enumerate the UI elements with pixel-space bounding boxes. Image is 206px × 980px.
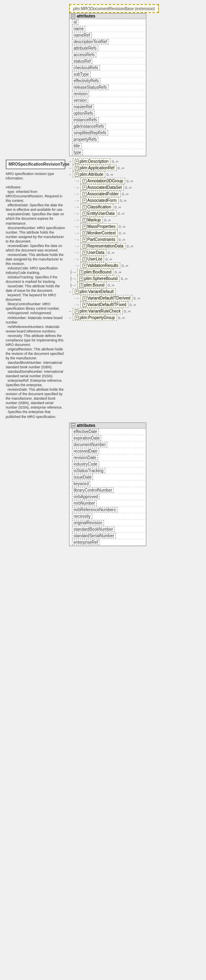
expand-icon[interactable]: +	[82, 296, 87, 300]
attr-item: mrbNumber	[69, 500, 146, 507]
attr-item: mrbReferenceNumbers	[69, 507, 146, 513]
expand-icon[interactable]: +	[82, 205, 87, 209]
element-box[interactable]: +AssociatedFolder	[80, 191, 121, 197]
expand-icon[interactable]: +	[82, 264, 87, 268]
cardinality: 0..∞	[115, 270, 121, 274]
cardinality: 0..∞	[104, 218, 111, 222]
element-box[interactable]: +VariantDefaultITDerived	[80, 295, 132, 301]
element-name: UserData	[87, 250, 104, 255]
node-row: ·→+ValidationResults0..∞	[74, 262, 140, 269]
element-box[interactable]: +plim:Bound	[77, 282, 106, 288]
attr-item: revision	[69, 91, 146, 97]
element-box[interactable]: +plim:VariantDefault	[73, 289, 116, 295]
expand-icon[interactable]: +	[82, 303, 87, 307]
attr-item: name	[69, 26, 146, 32]
attr-item: effectiveDate	[69, 429, 146, 435]
attr-item: receivedDate	[69, 448, 146, 455]
expand-icon[interactable]: +	[75, 290, 79, 294]
bottom-attributes-list: effectiveDateexpirationDatedocumentNumbe…	[69, 429, 146, 546]
expand-icon[interactable]: +	[82, 225, 87, 229]
attr-item: attributeRefs	[69, 45, 146, 52]
expand-icon[interactable]: +	[82, 212, 87, 216]
node-row: →+plim:VariantDefault	[68, 289, 140, 295]
element-box[interactable]: +MassProperties	[80, 223, 117, 230]
element-box[interactable]: +UserList	[80, 256, 104, 262]
element-name: plim:Description	[80, 159, 108, 164]
extension-title: plm:MRODocumentRevisionBase (extension)	[73, 7, 155, 11]
node-row: ·→+PartConstraints0..∞	[74, 236, 140, 243]
element-name: VariantDefaultITFixed	[87, 302, 126, 307]
element-box[interactable]: +plim:Description	[73, 158, 111, 164]
node-row: ·→+UserList0..∞	[74, 256, 140, 262]
element-box[interactable]: +plim:BoxBound	[77, 269, 113, 275]
type-name: MROSpecificationRevisionType	[6, 160, 65, 169]
cardinality: 0..∞	[106, 173, 113, 177]
attr-item: necessity	[69, 513, 146, 520]
expand-icon[interactable]: +	[79, 277, 83, 281]
expand-icon[interactable]: +	[75, 309, 79, 313]
element-box[interactable]: +plim:SphereBound	[77, 276, 119, 282]
element-box[interactable]: +ValidationResults	[80, 262, 121, 269]
attr-item: documentNumber	[69, 442, 146, 448]
attr-item: statusRef	[69, 58, 146, 65]
element-name: ValidationResults	[87, 263, 119, 268]
element-box[interactable]: +MonikerContext	[80, 230, 118, 236]
node-row: ├→+plim:Bound0..∞	[69, 282, 140, 288]
cardinality: 0..∞	[121, 277, 127, 281]
element-box[interactable]: +plim:PropertyGroup	[73, 315, 117, 321]
node-row: ·→+MonikerContext0..∞	[74, 230, 140, 236]
expand-icon[interactable]: +	[82, 179, 87, 183]
expand-icon[interactable]: +	[79, 283, 83, 287]
cardinality: 0..∞	[118, 166, 124, 170]
expand-icon[interactable]: +	[75, 173, 79, 177]
element-box[interactable]: +RepresentationData	[80, 243, 126, 249]
element-box[interactable]: +Classification	[80, 204, 113, 210]
attr-item: gdeInstanceRefs	[69, 123, 146, 130]
element-box[interactable]: +plim:VariantRuleCheck	[73, 308, 123, 314]
element-name: plim:PropertyGroup	[80, 315, 115, 320]
cardinality: 0..∞	[121, 264, 128, 268]
node-row: ·→+MassProperties0..∞	[74, 223, 140, 230]
node-row: →+plim:Description0..∞	[68, 158, 140, 164]
node-row: ·→+EntityUserData0..∞	[74, 210, 140, 217]
expand-icon[interactable]: +	[82, 257, 87, 261]
expand-icon[interactable]: +	[82, 251, 87, 255]
element-box[interactable]: +EntityUserData	[80, 210, 117, 217]
element-name: RepresentationData	[87, 244, 124, 248]
attr-item: simplifiedRepRefs	[69, 130, 146, 136]
expand-icon[interactable]: +	[75, 316, 79, 320]
top-attributes-header: − attributes	[69, 13, 146, 19]
attr-item: libraryControlNumber	[69, 487, 146, 494]
expand-icon[interactable]: +	[75, 160, 79, 164]
element-name: plim:ApplicationRef	[80, 166, 115, 170]
element-box[interactable]: +Markup	[80, 217, 103, 223]
node-row: →+plim:ApplicationRef0..∞	[68, 165, 140, 171]
element-box[interactable]: +AssociatedForm	[80, 197, 119, 203]
expand-icon[interactable]: +	[82, 218, 87, 222]
element-box[interactable]: +PartConstraints	[80, 236, 117, 243]
element-box[interactable]: +AssociatedDataSet	[80, 184, 124, 190]
element-box[interactable]: +plim:ApplicationRef	[73, 165, 117, 171]
element-box[interactable]: +Annotation3DGroup	[80, 178, 125, 184]
left-panel: MROSpecificationRevisionType MRO specifi…	[4, 158, 67, 421]
element-box[interactable]: +VariantDefaultITFixed	[80, 302, 128, 308]
element-name: MassProperties	[87, 224, 115, 229]
expand-icon[interactable]: +	[82, 199, 87, 203]
expand-icon[interactable]: +	[82, 244, 87, 248]
expand-icon[interactable]: +	[82, 231, 87, 235]
cardinality: 0..∞	[108, 283, 114, 287]
bottom-section: − attributes effectiveDateexpirationDate…	[69, 422, 146, 546]
attr-item: instanceRefs	[69, 117, 146, 123]
expand-icon[interactable]: +	[82, 186, 87, 190]
element-name: plim:BoxBound	[84, 270, 111, 274]
node-row: ·→+Markup0..∞	[74, 217, 140, 223]
expand-icon[interactable]: +	[75, 166, 79, 170]
expand-icon[interactable]: +	[82, 192, 87, 196]
element-name: plim:VariantRuleCheck	[80, 309, 121, 313]
expand-icon[interactable]: +	[79, 270, 83, 274]
element-box[interactable]: +UserData	[80, 249, 106, 256]
expand-icon[interactable]: +	[82, 238, 87, 242]
node-row: →+plim:PropertyGroup0..∞	[68, 315, 140, 321]
cardinality: 0..∞	[127, 244, 133, 248]
element-box[interactable]: +plim:Attribute	[73, 171, 105, 177]
